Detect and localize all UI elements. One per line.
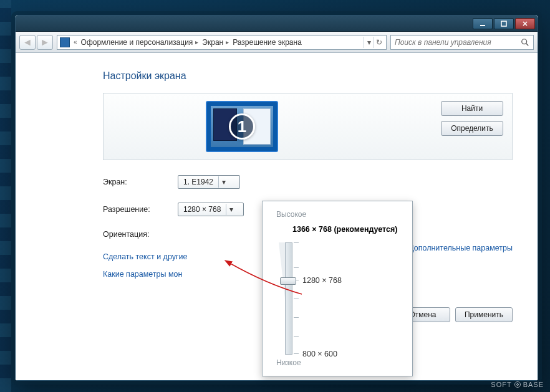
resolution-slider-popup: Высокое 1366 × 768 (рекомендуется) 1280 … [262, 201, 413, 376]
breadcrumb-label: Оформление и персонализация [81, 38, 193, 47]
slider-caption-high: Высокое [276, 210, 402, 219]
search-box[interactable] [390, 35, 534, 50]
label-screen: Экран: [103, 178, 178, 186]
breadcrumb-label: Экран [202, 38, 223, 47]
navigation-bar: ◄ ► « Оформление и персонализация▸ Экран… [16, 32, 538, 53]
find-button[interactable]: Найти [441, 101, 503, 116]
watermark-ring-icon [514, 381, 521, 388]
resolution-slider[interactable]: 1280 × 768 800 × 600 [277, 242, 402, 355]
watermark-text-b: BASE [523, 381, 544, 388]
search-icon [521, 38, 529, 47]
page-title: Настройки экрана [103, 70, 513, 82]
breadcrumb-bar[interactable]: « Оформление и персонализация▸ Экран▸ Ра… [57, 35, 387, 50]
svg-rect-0 [480, 25, 485, 26]
slider-caption-low: Низкое [276, 358, 402, 367]
screen-dropdown[interactable]: 1. E1942 ▾ [178, 175, 240, 189]
search-input[interactable] [395, 38, 517, 47]
slider-track[interactable] [285, 242, 292, 355]
monitor-preview-panel: 1 Найти Определить [103, 93, 513, 160]
svg-point-2 [522, 39, 527, 44]
watermark: SOFT BASE [491, 381, 544, 388]
refresh-button[interactable]: ↻ [374, 37, 384, 48]
minimize-button[interactable] [473, 18, 493, 29]
window-titlebar [16, 16, 538, 32]
chevron-down-icon: ▾ [226, 204, 236, 215]
nav-buttons: ◄ ► [19, 35, 53, 50]
forward-button[interactable]: ► [37, 35, 53, 50]
resolution-dropdown[interactable]: 1280 × 768 ▾ [178, 203, 244, 216]
breadcrumb-root-chevrons[interactable]: « [74, 39, 77, 45]
breadcrumb-segment-2[interactable]: Экран▸ [202, 38, 229, 47]
control-panel-icon [60, 37, 70, 47]
close-button[interactable] [515, 18, 535, 29]
label-resolution: Разрешение: [103, 205, 178, 214]
slider-thumb[interactable] [280, 277, 296, 285]
breadcrumb-label: Разрешение экрана [233, 38, 302, 47]
label-orientation: Ориентация: [103, 230, 178, 239]
svg-line-3 [526, 43, 529, 45]
breadcrumb-segment-1[interactable]: Оформление и персонализация▸ [81, 38, 199, 47]
apply-button[interactable]: Применить [455, 307, 513, 322]
maximize-button[interactable] [494, 18, 514, 29]
detect-button[interactable]: Определить [441, 121, 503, 136]
watermark-text-a: SOFT [491, 381, 511, 388]
slider-current-label: 1280 × 768 [302, 276, 342, 285]
back-button[interactable]: ◄ [19, 35, 36, 50]
resolution-dropdown-value: 1280 × 768 [183, 205, 221, 214]
chevron-down-icon: ▾ [218, 176, 228, 188]
monitor-number-badge: 1 [229, 113, 255, 140]
slider-recommended-label: 1366 × 768 (рекомендуется) [292, 225, 402, 234]
advanced-settings-link[interactable]: Дополнительные параметры [408, 244, 513, 252]
svg-rect-1 [501, 21, 506, 26]
monitor-thumbnail[interactable]: 1 [206, 101, 278, 152]
breadcrumb-segment-3[interactable]: Разрешение экрана [233, 38, 302, 47]
screen-dropdown-value: 1. E1942 [183, 178, 213, 186]
breadcrumb-dropdown-button[interactable]: ▾ [364, 37, 374, 48]
row-screen: Экран: 1. E1942 ▾ [103, 175, 513, 189]
slider-bottom-label: 800 × 600 [302, 350, 337, 358]
dialog-footer-buttons: Отмена Применить [395, 307, 513, 322]
